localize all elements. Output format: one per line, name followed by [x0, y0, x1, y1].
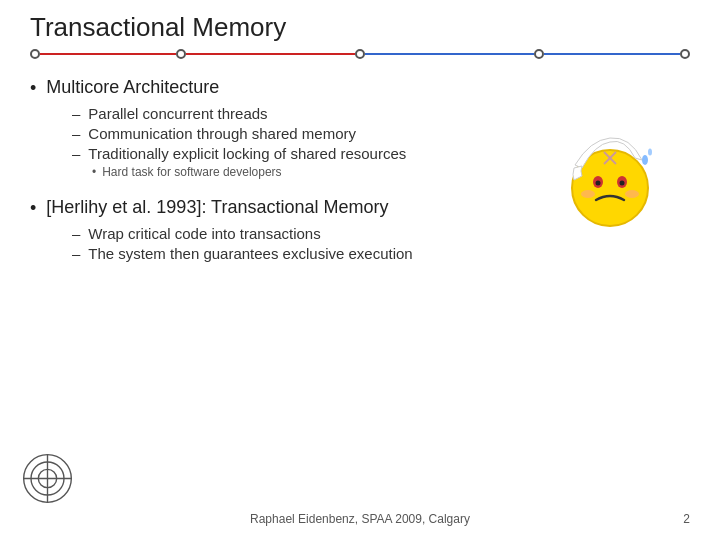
slide-title: Transactional Memory — [30, 12, 690, 43]
progress-bar — [0, 49, 720, 59]
svg-point-4 — [596, 181, 601, 186]
bullet-dot-2: • — [30, 198, 36, 219]
sub-sub-dot-1: • — [92, 165, 96, 179]
sub-sub-text-1: Hard task for software developers — [102, 165, 281, 179]
dash-5: – — [72, 245, 80, 262]
sad-emoji-icon — [560, 130, 660, 230]
bullet-herlihy-text: [Herlihy et al. 1993]: Transactional Mem… — [46, 197, 388, 218]
dash-2: – — [72, 125, 80, 142]
bar-red-2 — [186, 53, 355, 55]
footer-page-number: 2 — [683, 512, 690, 526]
dot-5 — [680, 49, 690, 59]
svg-point-11 — [648, 149, 652, 156]
sub-text-2: Communication through shared memory — [88, 125, 356, 142]
dot-2 — [176, 49, 186, 59]
bar-blue-2 — [544, 53, 680, 55]
sub-text-3: Traditionally explicit locking of shared… — [88, 145, 406, 162]
circle-diagram-area — [20, 451, 75, 510]
bullet-multicore: • Multicore Architecture — [30, 77, 690, 99]
bullet-dot-1: • — [30, 78, 36, 99]
sub-text-4: Wrap critical code into transactions — [88, 225, 320, 242]
bullet-multicore-text: Multicore Architecture — [46, 77, 219, 98]
title-area: Transactional Memory — [0, 0, 720, 43]
sub-bullet-1: – Parallel concurrent threads — [72, 105, 690, 122]
dot-3 — [355, 49, 365, 59]
svg-point-7 — [625, 190, 639, 198]
svg-point-10 — [642, 155, 648, 165]
sub-bullet-5: – The system then guarantees exclusive e… — [72, 245, 690, 262]
emoji-illustration — [560, 130, 670, 240]
bar-blue-1 — [365, 53, 534, 55]
dash-1: – — [72, 105, 80, 122]
dash-3: – — [72, 145, 80, 162]
svg-point-6 — [581, 190, 595, 198]
dash-4: – — [72, 225, 80, 242]
dot-4 — [534, 49, 544, 59]
footer-citation: Raphael Eidenbenz, SPAA 2009, Calgary — [250, 512, 470, 526]
svg-point-5 — [620, 181, 625, 186]
sub-text-1: Parallel concurrent threads — [88, 105, 267, 122]
sub-text-5: The system then guarantees exclusive exe… — [88, 245, 412, 262]
slide: Transactional Memory • Multicore Archite… — [0, 0, 720, 540]
circle-diagram-icon — [20, 451, 75, 506]
footer: Raphael Eidenbenz, SPAA 2009, Calgary 2 — [0, 512, 720, 526]
dot-1 — [30, 49, 40, 59]
bar-red-1 — [40, 53, 176, 55]
